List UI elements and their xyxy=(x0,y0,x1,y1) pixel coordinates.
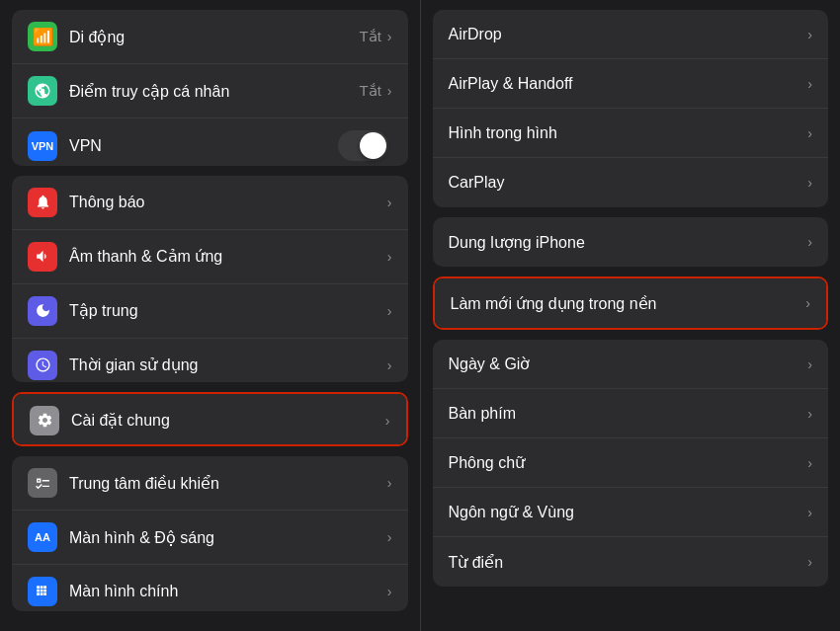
phong-chu-label: Phông chữ xyxy=(449,453,808,472)
tap-trung-chevron: › xyxy=(387,303,392,319)
tap-trung-label: Tập trung xyxy=(69,301,387,320)
thoi-gian-chevron: › xyxy=(387,357,392,373)
diem-truy-cap-chevron: › xyxy=(387,83,392,99)
phong-chu-row[interactable]: Phông chữ › xyxy=(433,438,829,488)
tu-dien-row[interactable]: Từ điển › xyxy=(433,537,829,587)
ngon-ngu-row[interactable]: Ngôn ngữ & Vùng › xyxy=(433,488,829,537)
left-panel: 📶 Di động Tắt › Điểm truy cập cá nhân Tắ… xyxy=(0,0,421,631)
diem-truy-cap-row[interactable]: Điểm truy cập cá nhân Tắt › xyxy=(12,64,408,118)
di-dong-value: Tắt xyxy=(359,28,380,45)
airplay-handoff-label: AirPlay & Handoff xyxy=(449,75,808,93)
diem-truy-cap-icon xyxy=(28,76,57,106)
trung-tam-chevron: › xyxy=(387,475,392,491)
right-panel: AirDrop › AirPlay & Handoff › Hình trong… xyxy=(421,0,841,631)
man-hinh-chinh-icon xyxy=(28,577,57,606)
airplay-handoff-chevron: › xyxy=(807,76,812,92)
lam-moi-label: Làm mới ứng dụng trong nền xyxy=(451,294,806,313)
dung-luong-chevron: › xyxy=(807,234,812,250)
tu-dien-chevron: › xyxy=(807,554,812,570)
hinh-trong-hinh-chevron: › xyxy=(807,125,812,141)
man-hinh-do-sang-icon: AA xyxy=(28,522,57,552)
vpn-row[interactable]: VPN VPN xyxy=(12,118,408,166)
right-group-4: Ngày & Giờ › Bàn phím › Phông chữ › Ngôn… xyxy=(433,340,829,587)
ngon-ngu-label: Ngôn ngữ & Vùng xyxy=(449,503,808,521)
thong-bao-icon xyxy=(28,188,57,217)
carplay-chevron: › xyxy=(807,175,812,191)
trung-tam-label: Trung tâm điều khiển xyxy=(69,474,387,493)
airdrop-chevron: › xyxy=(807,27,812,42)
man-hinh-do-sang-label: Màn hình & Độ sáng xyxy=(69,528,387,547)
ngay-gio-row[interactable]: Ngày & Giờ › xyxy=(433,340,829,389)
ban-phim-label: Bàn phím xyxy=(449,405,808,423)
lam-moi-row[interactable]: Làm mới ứng dụng trong nền › xyxy=(435,278,827,328)
am-thanh-icon xyxy=(28,242,57,272)
thoi-gian-row[interactable]: Thời gian sử dụng › xyxy=(12,339,408,382)
man-hinh-chinh-row[interactable]: Màn hình chính › xyxy=(12,565,408,611)
tu-dien-label: Từ điển xyxy=(449,553,808,572)
ban-phim-row[interactable]: Bàn phím › xyxy=(433,389,829,438)
dung-luong-label: Dung lượng iPhone xyxy=(449,233,808,252)
right-group-1: AirDrop › AirPlay & Handoff › Hình trong… xyxy=(433,10,829,207)
di-dong-row[interactable]: 📶 Di động Tắt › xyxy=(12,10,408,64)
cai-dat-chung-chevron: › xyxy=(385,413,390,429)
top-settings-group: 📶 Di động Tắt › Điểm truy cập cá nhân Tắ… xyxy=(12,10,408,166)
thoi-gian-icon xyxy=(28,351,57,380)
man-hinh-chinh-chevron: › xyxy=(387,584,392,599)
carplay-row[interactable]: CarPlay › xyxy=(433,158,829,207)
cai-dat-chung-highlighted: Cài đặt chung › xyxy=(12,392,408,447)
man-hinh-do-sang-row[interactable]: AA Màn hình & Độ sáng › xyxy=(12,511,408,565)
cai-dat-chung-label: Cài đặt chung xyxy=(71,411,385,430)
dung-luong-row[interactable]: Dung lượng iPhone › xyxy=(433,217,829,267)
trung-tam-icon xyxy=(28,468,57,498)
tap-trung-icon xyxy=(28,296,57,326)
thong-bao-label: Thông báo xyxy=(69,194,387,211)
trung-tam-row[interactable]: Trung tâm điều khiển › xyxy=(12,456,408,511)
tap-trung-row[interactable]: Tập trung › xyxy=(12,284,408,339)
airdrop-row[interactable]: AirDrop › xyxy=(433,10,829,59)
di-dong-label: Di động xyxy=(69,28,359,46)
diem-truy-cap-label: Điểm truy cập cá nhân xyxy=(69,82,359,101)
vpn-toggle[interactable] xyxy=(338,130,388,161)
ngay-gio-chevron: › xyxy=(807,356,812,372)
phong-chu-chevron: › xyxy=(807,455,812,471)
cai-dat-chung-icon xyxy=(30,406,59,435)
middle-settings-group: Thông báo › Âm thanh & Cảm ứng › Tập tru… xyxy=(12,176,408,382)
hinh-trong-hinh-label: Hình trong hình xyxy=(449,124,808,142)
carplay-label: CarPlay xyxy=(449,174,808,192)
am-thanh-chevron: › xyxy=(387,249,392,265)
man-hinh-chinh-label: Màn hình chính xyxy=(69,583,387,600)
thong-bao-chevron: › xyxy=(387,195,392,210)
ngon-ngu-chevron: › xyxy=(807,505,812,520)
di-dong-chevron: › xyxy=(387,29,392,44)
right-group-2: Dung lượng iPhone › xyxy=(433,217,829,267)
man-hinh-do-sang-chevron: › xyxy=(387,529,392,545)
airdrop-label: AirDrop xyxy=(449,26,808,43)
am-thanh-row[interactable]: Âm thanh & Cảm ứng › xyxy=(12,230,408,284)
diem-truy-cap-value: Tắt xyxy=(359,82,380,100)
bottom-settings-group: Trung tâm điều khiển › AA Màn hình & Độ … xyxy=(12,456,408,611)
hinh-trong-hinh-row[interactable]: Hình trong hình › xyxy=(433,109,829,158)
ban-phim-chevron: › xyxy=(807,406,812,422)
am-thanh-label: Âm thanh & Cảm ứng xyxy=(69,247,387,266)
lam-moi-chevron: › xyxy=(805,295,810,311)
di-dong-icon: 📶 xyxy=(28,22,57,51)
thong-bao-row[interactable]: Thông báo › xyxy=(12,176,408,230)
lam-moi-highlighted: Làm mới ứng dụng trong nền › xyxy=(433,276,829,330)
thoi-gian-label: Thời gian sử dụng xyxy=(69,355,387,374)
vpn-label: VPN xyxy=(69,137,338,155)
airplay-handoff-row[interactable]: AirPlay & Handoff › xyxy=(433,59,829,109)
cai-dat-chung-row[interactable]: Cài đặt chung › xyxy=(14,394,406,447)
ngay-gio-label: Ngày & Giờ xyxy=(449,355,808,373)
vpn-icon: VPN xyxy=(28,131,57,161)
